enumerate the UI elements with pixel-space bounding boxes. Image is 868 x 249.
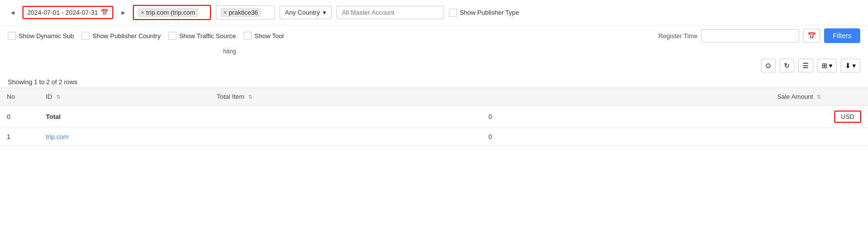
sort-sale-icon: ⇅ bbox=[817, 94, 821, 100]
sub-text-area: háng bbox=[205, 46, 254, 56]
show-publisher-country-label: Show Publisher Country bbox=[92, 32, 160, 40]
master-account-input[interactable] bbox=[337, 6, 444, 19]
refresh-icon-button[interactable]: ↻ bbox=[780, 59, 794, 72]
rows-info-text: Showing 1 to 2 of 2 rows bbox=[8, 78, 77, 86]
country-label: Any Country bbox=[285, 9, 320, 16]
tag-tripdotcom: × trip.com (trip.com bbox=[138, 8, 198, 17]
usd-badge: USD bbox=[834, 111, 861, 123]
cell-no: 0 bbox=[0, 106, 39, 128]
table-row: 0Total0USD bbox=[0, 106, 868, 128]
grid-arrow-icon: ▾ bbox=[829, 62, 832, 69]
clock-icon: ⊙ bbox=[765, 62, 771, 69]
prev-arrow-button[interactable]: ◄ bbox=[8, 8, 18, 17]
checkbox-traffic-source-icon bbox=[169, 32, 176, 40]
tag-praktice36: × praktice36 bbox=[220, 8, 261, 17]
hang-label: háng bbox=[223, 47, 236, 56]
show-dynamic-sub-checkbox[interactable]: Show Dynamic Sub bbox=[8, 32, 74, 40]
sort-id-icon: ⇅ bbox=[56, 94, 61, 100]
checkbox-tool-icon bbox=[244, 32, 252, 40]
rows-info: Showing 1 to 2 of 2 rows bbox=[0, 75, 868, 88]
data-table: No ID ⇅ Total Item ⇅ Sale Amount ⇅ 0Tota… bbox=[0, 88, 868, 146]
export-icon: ⬇ bbox=[845, 62, 851, 69]
checkbox-icon bbox=[449, 9, 457, 17]
tag2-label: praktice36 bbox=[229, 9, 258, 16]
date-range-value: 2024-07-01 - 2024-07-31 bbox=[27, 9, 98, 16]
show-tool-checkbox[interactable]: Show Tool bbox=[244, 32, 284, 40]
date-range-picker[interactable]: 2024-07-01 - 2024-07-31 📅 bbox=[22, 6, 114, 19]
calendar-icon: 📅 bbox=[101, 9, 108, 16]
publisher-filter-box: × praktice36 bbox=[216, 5, 275, 20]
grid-view-button[interactable]: ⊞ ▾ bbox=[817, 59, 837, 72]
toolbar-row3: ⊙ ↻ ☰ ⊞ ▾ ⬇ ▾ bbox=[0, 56, 868, 75]
checkbox-dynamic-sub-icon bbox=[8, 32, 16, 40]
sort-total-icon: ⇅ bbox=[248, 94, 253, 100]
table-row: 1trip.com0 bbox=[0, 128, 868, 146]
grid-icon: ⊞ bbox=[822, 62, 827, 69]
register-time-calendar-button[interactable]: 📅 bbox=[803, 29, 820, 43]
show-tool-label: Show Tool bbox=[254, 32, 284, 40]
country-arrow-icon: ▾ bbox=[323, 9, 326, 16]
show-publisher-type-label: Show Publisher Type bbox=[460, 9, 519, 16]
cell-id: Total bbox=[39, 106, 210, 128]
register-time-label: Register Time bbox=[658, 32, 698, 40]
filters-button[interactable]: Filters bbox=[824, 28, 860, 43]
country-select[interactable]: Any Country ▾ bbox=[279, 6, 332, 19]
clock-icon-button[interactable]: ⊙ bbox=[761, 59, 776, 72]
list-view-button[interactable]: ☰ bbox=[798, 59, 813, 72]
list-icon: ☰ bbox=[803, 62, 809, 69]
refresh-icon: ↻ bbox=[784, 62, 790, 69]
export-button[interactable]: ⬇ ▾ bbox=[841, 59, 860, 72]
cell-no: 1 bbox=[0, 128, 39, 146]
cell-sale-amount: USD bbox=[770, 106, 868, 128]
tag-close-icon[interactable]: × bbox=[141, 9, 144, 16]
toolbar-row1: ◄ 2024-07-01 - 2024-07-31 📅 ► × trip.com… bbox=[0, 0, 868, 25]
next-arrow-button[interactable]: ► bbox=[118, 8, 128, 17]
show-traffic-source-label: Show Traffic Source bbox=[179, 32, 236, 40]
register-time-area: Register Time 📅 Filters bbox=[658, 28, 860, 43]
cell-total-item: 0 bbox=[210, 106, 770, 128]
col-sale-amount-header[interactable]: Sale Amount ⇅ bbox=[770, 88, 868, 106]
checkbox-publisher-country-icon bbox=[82, 32, 89, 40]
show-dynamic-sub-label: Show Dynamic Sub bbox=[19, 32, 74, 40]
cell-sale-amount bbox=[770, 128, 868, 146]
table-header-row: No ID ⇅ Total Item ⇅ Sale Amount ⇅ bbox=[0, 88, 868, 106]
show-publisher-type-checkbox[interactable]: Show Publisher Type bbox=[449, 9, 519, 17]
table-body: 0Total0USD1trip.com0 bbox=[0, 106, 868, 146]
cell-id[interactable]: trip.com bbox=[39, 128, 210, 146]
register-time-input[interactable] bbox=[701, 29, 799, 43]
cell-total-item: 0 bbox=[210, 128, 770, 146]
export-arrow-icon: ▾ bbox=[852, 62, 856, 69]
tag2-close-icon[interactable]: × bbox=[223, 9, 227, 16]
col-no-header: No bbox=[0, 88, 39, 106]
toolbar-row2: Show Dynamic Sub Show Publisher Country … bbox=[0, 25, 868, 46]
advertiser-filter-box: × trip.com (trip.com bbox=[133, 5, 211, 20]
col-id-header[interactable]: ID ⇅ bbox=[39, 88, 210, 106]
col-total-item-header[interactable]: Total Item ⇅ bbox=[210, 88, 770, 106]
show-publisher-country-checkbox[interactable]: Show Publisher Country bbox=[82, 32, 160, 40]
tag-label: trip.com (trip.com bbox=[146, 9, 195, 16]
show-traffic-source-checkbox[interactable]: Show Traffic Source bbox=[169, 32, 236, 40]
